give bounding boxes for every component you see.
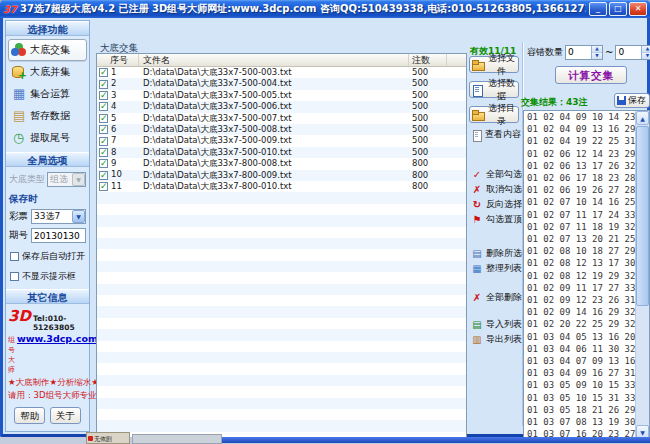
lottery-combo[interactable]: 33选7 ▼ (31, 209, 86, 224)
function-label: 大底交集 (30, 43, 70, 57)
result-row[interactable]: 01 03 07 08 13 19 30 (527, 416, 635, 428)
row-checkbox[interactable] (99, 159, 108, 168)
row-checkbox[interactable] (99, 114, 108, 123)
sidebar-function-button[interactable]: 大底并集 (8, 61, 87, 83)
row-filename: D:\data\Data\大底33x7-500-006.txt (139, 101, 409, 112)
no-prompt-checkbox[interactable] (10, 272, 19, 281)
sidebar-function-button[interactable]: 大底交集 (8, 39, 87, 61)
action-button[interactable]: 导入列表 (471, 317, 522, 332)
row-checkbox[interactable] (99, 171, 108, 180)
row-checkbox[interactable] (99, 182, 108, 191)
auto-open-checkbox[interactable] (10, 252, 19, 261)
result-row[interactable]: 01 03 04 07 09 13 16 (527, 355, 635, 367)
table-row[interactable]: 4 D:\data\Data\大底33x7-500-006.txt 500 (97, 101, 466, 112)
maximize-button[interactable]: □ (609, 2, 627, 16)
row-checkbox[interactable] (99, 68, 108, 77)
action-button[interactable]: 导出列表 (471, 332, 522, 347)
table-row[interactable]: 10 D:\data\Data\大底33x7-800-009.txt 800 (97, 170, 466, 181)
table-row[interactable]: 6 D:\data\Data\大底33x7-500-008.txt 500 (97, 124, 466, 135)
chevron-down-icon[interactable]: ▼ (72, 210, 85, 223)
row-filename: D:\data\Data\大底33x7-500-004.txt (139, 78, 409, 89)
result-row[interactable]: 01 03 05 10 15 31 33 (527, 392, 635, 404)
row-checkbox[interactable] (99, 91, 108, 100)
result-row[interactable]: 01 02 07 10 14 16 25 (527, 196, 635, 208)
lottery-label: 彩票 (9, 210, 28, 223)
select-button[interactable]: 选择文件 (469, 56, 519, 73)
result-row[interactable]: 01 03 05 18 21 26 29 (527, 404, 635, 416)
row-filename: D:\data\Data\大底33x7-800-008.txt (139, 158, 409, 169)
sidebar-function-button[interactable]: 暂存数据 (8, 105, 87, 127)
action-label: 勾选置顶 (486, 213, 522, 226)
scroll-up-icon[interactable]: ▲ (636, 111, 649, 125)
result-row[interactable]: 01 02 06 19 26 27 28 (527, 184, 635, 196)
result-row[interactable]: 01 03 05 09 10 15 33 (527, 379, 635, 391)
table-row[interactable]: 9 D:\data\Data\大底33x7-800-008.txt 800 (97, 158, 466, 169)
about-button[interactable]: 关于 (50, 407, 81, 424)
row-filename: D:\data\Data\大底33x7-500-009.txt (139, 135, 409, 146)
result-row[interactable]: 01 02 09 14 16 29 32 (527, 306, 635, 318)
row-checkbox[interactable] (99, 137, 108, 146)
sidebar-function-button[interactable]: 集合运算 (8, 83, 87, 105)
action-button[interactable]: 删除所选 (471, 246, 522, 261)
select-button[interactable]: 选择数据 (469, 81, 519, 98)
result-scrollbar[interactable]: ▲ ▼ (635, 111, 649, 439)
table-row[interactable]: 8 D:\data\Data\大底33x7-500-010.txt 500 (97, 147, 466, 158)
minimize-button[interactable]: _ (589, 2, 607, 16)
result-row[interactable]: 01 02 04 19 22 25 31 (527, 135, 635, 147)
table-row[interactable]: 5 D:\data\Data\大底33x7-500-007.txt 500 (97, 113, 466, 124)
result-row[interactable]: 01 02 04 09 13 16 29 (527, 123, 635, 135)
action-button[interactable]: 整理列表 (471, 261, 522, 276)
row-filename: D:\data\Data\大底33x7-500-007.txt (139, 113, 409, 124)
spin-down-icon[interactable]: ▼ (592, 53, 602, 59)
action-button[interactable]: 全部勾选 (471, 167, 522, 182)
calculate-intersection-button[interactable]: 计算交集 (555, 66, 627, 84)
result-row[interactable]: 01 02 09 12 23 26 31 (527, 294, 635, 306)
result-row[interactable]: 01 03 04 09 16 27 31 (527, 367, 635, 379)
table-row[interactable]: 7 D:\data\Data\大底33x7-500-009.txt 500 (97, 135, 466, 146)
result-row[interactable]: 01 02 20 22 25 29 32 (527, 318, 635, 330)
action-button[interactable]: 勾选置顶 (471, 212, 522, 227)
sidebar-function-button[interactable]: 提取尾号 (8, 127, 87, 149)
result-row[interactable]: 01 02 06 12 14 23 29 (527, 148, 635, 160)
base-type-label: 大底类型 (9, 173, 45, 186)
row-checkbox[interactable] (99, 102, 108, 111)
spin-up-icon[interactable]: ▲ (642, 46, 650, 53)
row-filename: D:\data\Data\大底33x7-800-010.txt (139, 181, 409, 192)
document-icon (471, 130, 482, 140)
result-row[interactable]: 01 02 08 12 19 29 32 (527, 270, 635, 282)
row-checkbox[interactable] (99, 148, 108, 157)
result-row[interactable]: 01 02 08 12 13 17 30 (527, 257, 635, 269)
row-checkbox[interactable] (99, 80, 108, 89)
help-button[interactable]: 帮助 (14, 407, 45, 424)
row-checkbox[interactable] (99, 125, 108, 134)
spin-up-icon[interactable]: ▲ (592, 46, 602, 53)
action-button[interactable]: 反向选择 (471, 197, 522, 212)
close-button[interactable]: ✕ (629, 2, 647, 16)
result-row[interactable]: 01 03 04 06 11 30 32 (527, 343, 635, 355)
table-row[interactable]: 1 D:\data\Data\大底33x7-500-003.txt 500 (97, 67, 466, 78)
result-row[interactable]: 01 02 08 10 18 27 29 (527, 245, 635, 257)
table-row[interactable]: 3 D:\data\Data\大底33x7-500-005.txt 500 (97, 90, 466, 101)
action-button[interactable]: 全部删除 (471, 290, 522, 305)
action-button[interactable]: 取消勾选 (471, 182, 522, 197)
spin-down-icon[interactable]: ▼ (642, 53, 650, 59)
select-button[interactable]: 选择目录 (469, 106, 519, 123)
result-row[interactable]: 01 02 09 11 17 27 33 (527, 282, 635, 294)
issue-input[interactable] (31, 228, 86, 243)
background-window-edge (222, 437, 650, 443)
result-row[interactable]: 01 02 06 17 18 23 28 (527, 172, 635, 184)
view-content-button[interactable]: 查看内容 (471, 128, 521, 141)
tolerance-from-spinner[interactable]: 0 ▲▼ (565, 45, 603, 60)
result-row[interactable]: 01 03 04 05 13 16 20 (527, 331, 635, 343)
result-row[interactable]: 01 02 06 13 17 26 32 (527, 160, 635, 172)
result-row[interactable]: 01 02 04 09 10 14 23 (527, 111, 635, 123)
table-row[interactable]: 11 D:\data\Data\大底33x7-800-010.txt 800 (97, 181, 466, 192)
result-row[interactable]: 01 02 07 13 20 21 25 (527, 233, 635, 245)
website-link[interactable]: www.3dcp.com (17, 333, 98, 344)
result-row[interactable]: 01 02 07 11 18 19 32 (527, 221, 635, 233)
save-result-button[interactable]: 保存 (614, 93, 650, 108)
result-row[interactable]: 01 02 07 11 17 24 33 (527, 209, 635, 221)
table-row[interactable]: 2 D:\data\Data\大底33x7-500-004.txt 500 (97, 78, 466, 89)
tolerance-to-spinner[interactable]: 0 ▲▼ (615, 45, 650, 60)
scrollbar-thumb[interactable] (636, 126, 649, 306)
